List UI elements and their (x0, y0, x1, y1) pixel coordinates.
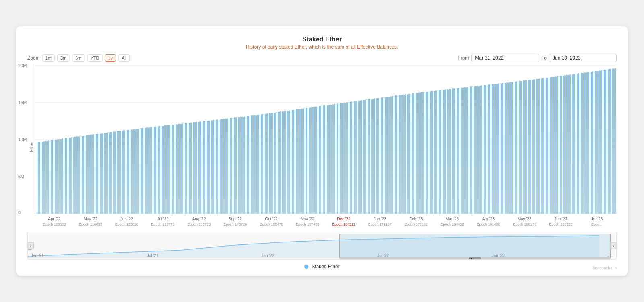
bar (431, 91, 432, 213)
bar (130, 129, 130, 213)
bar (386, 97, 387, 213)
bar (359, 101, 360, 214)
bar (252, 115, 253, 214)
bar (529, 80, 530, 213)
bar (142, 128, 143, 213)
legend-row: Staked Ether (27, 264, 617, 269)
navigator-scrollbar[interactable]: ||| (340, 257, 611, 259)
bar (447, 89, 448, 214)
x-axis: Apr '22Epoch 109303May '22Epoch 116053Ju… (35, 214, 617, 228)
bar (345, 103, 346, 214)
bar (341, 103, 342, 214)
bar (291, 110, 291, 214)
bar (485, 85, 486, 214)
bar (42, 142, 43, 214)
bar (215, 120, 215, 214)
navigator-area[interactable]: Jan '21 Jul '21 Jan '22 Jul '22 Jan '23 … (27, 232, 617, 260)
bar (477, 86, 478, 213)
bar (612, 68, 613, 213)
bar (229, 118, 229, 214)
bar (487, 85, 487, 214)
bar (534, 79, 535, 214)
bar (570, 74, 571, 214)
y-label-10m: 10M (18, 137, 27, 142)
from-date-input[interactable] (471, 54, 539, 62)
bar (242, 117, 242, 214)
bar (193, 122, 194, 213)
zoom-btn-1m[interactable]: 1m (42, 54, 55, 62)
bar (450, 89, 451, 214)
bar (169, 125, 170, 214)
bar (64, 138, 64, 214)
bar (188, 123, 188, 214)
bar (206, 121, 206, 214)
bar (318, 106, 318, 213)
bar (388, 97, 389, 214)
zoom-btn-1y[interactable]: 1y (105, 54, 116, 62)
bar (458, 88, 459, 214)
bar (495, 84, 496, 213)
bar (583, 73, 584, 214)
bar (274, 113, 275, 214)
bar (572, 74, 572, 214)
bar (240, 117, 241, 213)
bar (552, 77, 553, 214)
bar (322, 106, 322, 214)
bar (191, 123, 192, 214)
bar (134, 129, 135, 214)
bar (349, 102, 349, 213)
bar (185, 123, 186, 213)
scrollbar-thumb[interactable]: ||| (469, 257, 481, 259)
y-axis-label: Ether (27, 65, 35, 228)
bar (448, 89, 449, 214)
nav-arrow-left[interactable]: ‹ (28, 242, 34, 249)
bar (355, 101, 356, 214)
bar (117, 131, 118, 213)
bar (61, 139, 62, 214)
to-date-input[interactable] (549, 54, 617, 62)
bar (541, 78, 541, 214)
bar (546, 78, 547, 214)
controls-row: Zoom 1m 3m 6m YTD 1y All From To (27, 54, 617, 62)
bar (498, 83, 499, 213)
bar (363, 100, 363, 213)
bar (146, 127, 147, 213)
bar (464, 87, 465, 214)
bar (260, 114, 260, 213)
bar (320, 106, 321, 213)
bar (52, 140, 53, 214)
bar (421, 92, 422, 213)
bar (327, 105, 328, 214)
nav-label-jul21: Jul '21 (147, 253, 159, 258)
bar (165, 125, 166, 214)
bar (97, 134, 98, 213)
bar (223, 119, 224, 213)
bar (377, 98, 378, 213)
nav-label-jan21: Jan '21 (31, 253, 44, 258)
zoom-btn-all[interactable]: All (118, 54, 130, 62)
bar (516, 81, 517, 213)
bar (408, 94, 409, 213)
bar (392, 96, 393, 213)
bar (55, 140, 56, 214)
zoom-btn-6m[interactable]: 6m (72, 54, 85, 62)
y-label-5m: 5M (18, 174, 24, 179)
bar (566, 75, 567, 213)
bar (395, 95, 396, 213)
bar (519, 81, 520, 213)
nav-arrow-right[interactable]: › (610, 242, 616, 249)
bar (283, 111, 284, 214)
bar (353, 101, 353, 214)
bar (409, 94, 410, 214)
bar (141, 128, 142, 214)
bar (528, 80, 528, 214)
bar (289, 110, 290, 213)
bar (333, 104, 334, 214)
bar (47, 141, 48, 214)
bar (588, 72, 589, 214)
bar (277, 112, 277, 214)
zoom-btn-3m[interactable]: 3m (57, 54, 70, 62)
bar (225, 119, 226, 214)
bar (560, 76, 561, 213)
zoom-btn-ytd[interactable]: YTD (87, 54, 103, 62)
